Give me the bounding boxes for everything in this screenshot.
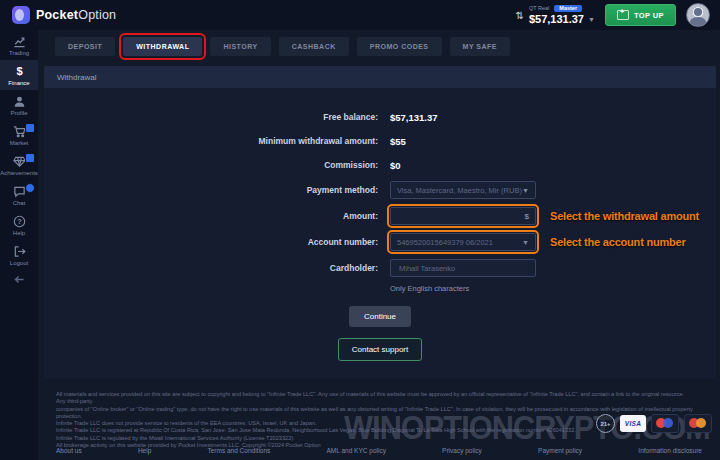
sidebar: Trading $ Finance Profile Market Achieve… bbox=[0, 30, 38, 460]
footer-link-aml-kyc[interactable]: AML and KYC policy bbox=[327, 447, 386, 454]
withdrawal-panel: Withdrawal Free balance: $57,131.37 Mini… bbox=[44, 66, 716, 378]
logout-icon bbox=[13, 245, 26, 258]
contact-support-button[interactable]: Contact support bbox=[338, 338, 422, 361]
min-withdrawal-value: $55 bbox=[390, 136, 406, 147]
footer-link-about-us[interactable]: About us bbox=[56, 447, 82, 454]
master-badge: Master bbox=[554, 5, 582, 13]
sidebar-item-logout[interactable]: Logout bbox=[0, 240, 38, 270]
payment-method-value: Visa, Mastercard, Maestro, Mir (RUB) bbox=[397, 186, 522, 195]
sidebar-item-label: Profile bbox=[10, 110, 27, 116]
footer-link-privacy[interactable]: Privacy policy bbox=[442, 447, 482, 454]
svg-text:?: ? bbox=[17, 217, 22, 226]
sidebar-item-label: Chat bbox=[13, 200, 26, 206]
cardholder-input-wrapper bbox=[390, 259, 536, 277]
commission-label: Commission: bbox=[44, 160, 390, 170]
chart-icon bbox=[13, 35, 26, 48]
page-title: Withdrawal bbox=[57, 73, 97, 82]
exchange-icon: ⇅ bbox=[516, 10, 524, 21]
card-plus-icon bbox=[617, 10, 629, 20]
amount-input[interactable] bbox=[397, 211, 525, 222]
tab-history[interactable]: HISTORY bbox=[210, 37, 270, 56]
finance-tabs: DEPOSIT WITHDRAWAL HISTORY CASHBACK PROM… bbox=[55, 37, 510, 56]
market-notification-badge bbox=[25, 123, 35, 133]
svg-text:$: $ bbox=[16, 65, 23, 77]
brand-light: Option bbox=[78, 8, 116, 22]
account-number-label: Account number: bbox=[44, 237, 390, 247]
sidebar-item-label: Finance bbox=[8, 80, 29, 86]
avatar[interactable] bbox=[686, 3, 710, 27]
cardholder-input[interactable] bbox=[397, 263, 529, 274]
chevron-down-icon: ▼ bbox=[522, 187, 529, 194]
tab-promo-codes[interactable]: PROMO CODES bbox=[357, 37, 442, 56]
tab-my-safe[interactable]: MY SAFE bbox=[450, 37, 511, 56]
maestro-icon bbox=[684, 414, 712, 433]
chat-icon bbox=[13, 185, 26, 198]
sidebar-item-finance[interactable]: $ Finance bbox=[0, 60, 38, 90]
brand-name: PocketOption bbox=[36, 8, 116, 22]
arrow-left-icon bbox=[14, 274, 25, 285]
cardholder-label: Cardholder: bbox=[44, 263, 390, 273]
sidebar-item-profile[interactable]: Profile bbox=[0, 90, 38, 120]
payment-method-select[interactable]: Visa, Mastercard, Maestro, Mir (RUB) ▼ bbox=[390, 181, 536, 199]
withdrawal-form: Free balance: $57,131.37 Minimum withdra… bbox=[44, 88, 716, 361]
sidebar-item-label: Trading bbox=[9, 50, 29, 56]
diamond-icon bbox=[13, 155, 26, 168]
sidebar-item-trading[interactable]: Trading bbox=[0, 30, 38, 60]
dollar-suffix: $ bbox=[525, 212, 529, 221]
free-balance-value: $57,131.37 bbox=[390, 112, 438, 123]
sidebar-item-label: Logout bbox=[10, 260, 28, 266]
tab-deposit[interactable]: DEPOSIT bbox=[55, 37, 115, 56]
visa-icon: VISA bbox=[620, 415, 646, 432]
sidebar-item-achievements[interactable]: Achievements bbox=[0, 150, 38, 180]
sidebar-item-market[interactable]: Market bbox=[0, 120, 38, 150]
amount-input-wrapper: $ bbox=[390, 207, 536, 225]
top-bar: PocketOption ⇅ QT Real Master $57,131.37… bbox=[0, 0, 720, 30]
footer-link-information-disclosure[interactable]: Information disclosure bbox=[638, 447, 702, 454]
amount-label: Amount: bbox=[44, 211, 390, 221]
top-up-label: TOP UP bbox=[634, 11, 664, 20]
min-withdrawal-row: Minimum withdrawal amount: $55 bbox=[44, 129, 716, 153]
sidebar-item-help[interactable]: ? Help bbox=[0, 210, 38, 240]
account-number-select[interactable]: 5469520015649379 06/2021 ▼ bbox=[390, 233, 536, 251]
annotation-account-number: Select the account number bbox=[550, 236, 686, 248]
sidebar-item-label: Help bbox=[13, 230, 25, 236]
achievements-notification-badge bbox=[25, 153, 35, 163]
continue-button[interactable]: Continue bbox=[349, 306, 411, 327]
legal-line: Infinite Trade LLC is regulated by the M… bbox=[56, 435, 694, 442]
account-type-label: QT Real bbox=[529, 6, 549, 12]
tab-withdrawal[interactable]: WITHDRAWAL bbox=[123, 37, 202, 56]
help-icon: ? bbox=[13, 215, 26, 228]
sidebar-item-chat[interactable]: Chat bbox=[0, 180, 38, 210]
cart-icon bbox=[13, 125, 26, 138]
footer-link-terms[interactable]: Terms and Conditions bbox=[207, 447, 270, 454]
footer-link-help[interactable]: Help bbox=[138, 447, 151, 454]
footer-link-payment-policy[interactable]: Payment policy bbox=[538, 447, 582, 454]
balance-dropdown[interactable]: ⇅ QT Real Master $57,131.37 ▼ bbox=[516, 5, 595, 26]
cardholder-note: Only English characters bbox=[390, 281, 716, 296]
free-balance-row: Free balance: $57,131.37 bbox=[44, 105, 716, 129]
age-21-badge: 21+ bbox=[596, 414, 615, 433]
min-withdrawal-label: Minimum withdrawal amount: bbox=[44, 136, 390, 146]
payment-method-label: Payment method: bbox=[44, 185, 390, 195]
tab-cashback[interactable]: CASHBACK bbox=[279, 37, 349, 56]
sidebar-item-label: Achievements bbox=[0, 170, 38, 176]
annotation-withdrawal-amount: Select the withdrawal amount bbox=[550, 210, 699, 222]
pocket-option-logo-icon bbox=[12, 6, 30, 24]
balance-amount: $57,131.37 bbox=[529, 14, 584, 25]
collapse-sidebar-button[interactable] bbox=[0, 274, 38, 285]
amount-row: Amount: $ Select the withdrawal amount bbox=[44, 203, 716, 229]
free-balance-label: Free balance: bbox=[44, 112, 390, 122]
sidebar-item-label: Market bbox=[10, 140, 28, 146]
cardholder-row: Cardholder: bbox=[44, 255, 716, 281]
user-icon bbox=[13, 95, 26, 108]
payment-method-row: Payment method: Visa, Mastercard, Maestr… bbox=[44, 177, 716, 203]
brand-bold: Pocket bbox=[36, 8, 78, 22]
mastercard-icon bbox=[651, 414, 679, 433]
brand-logo[interactable]: PocketOption bbox=[0, 6, 116, 24]
top-up-button[interactable]: TOP UP bbox=[605, 4, 676, 26]
chevron-down-icon: ▼ bbox=[522, 239, 529, 246]
chevron-down-icon: ▼ bbox=[588, 16, 595, 23]
payment-icons: 21+ VISA bbox=[596, 414, 712, 433]
legal-line: All materials and services provided on t… bbox=[56, 391, 694, 406]
account-number-row: Account number: 5469520015649379 06/2021… bbox=[44, 229, 716, 255]
